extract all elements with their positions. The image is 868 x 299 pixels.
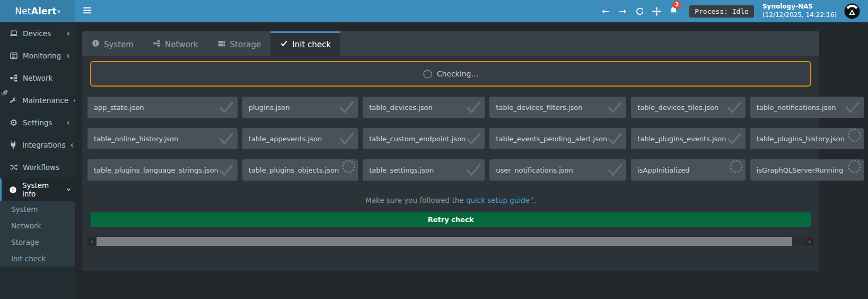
check-item-label: table_plugins_events.json — [637, 135, 726, 143]
check-item-label: table_notifications.json — [757, 104, 836, 112]
check-icon — [218, 132, 234, 145]
check-item-label: table_devices_tiles.json — [637, 104, 718, 112]
tab-system[interactable]: System — [82, 31, 143, 56]
submenu-item-label: System — [11, 205, 38, 213]
check-item-card: table_devices_filters.json — [489, 97, 626, 118]
check-item-card: table_devices_tiles.json — [631, 97, 745, 118]
tab-label: Network — [165, 40, 198, 49]
forward-arrow-icon[interactable]: → — [614, 6, 631, 16]
check-item-label: isGraphQLServerRunning — [757, 166, 844, 174]
main-content-area: System Network Storage — [75, 22, 868, 299]
notification-count-badge: 2 — [672, 1, 681, 8]
chevron-left-icon: ‹ — [91, 237, 93, 245]
tab-label: Storage — [230, 40, 261, 49]
tab-label: System — [104, 40, 134, 49]
horizontal-scrollbar: ‹ › — [87, 237, 814, 246]
check-icon — [218, 101, 234, 114]
sidebar-item-maintenance[interactable]: Maintenance ‹ — [0, 89, 75, 112]
sidebar-item-network[interactable]: Network — [0, 67, 75, 89]
logo-text-alert: Alert — [31, 6, 57, 16]
check-icon — [726, 101, 742, 114]
tab-network[interactable]: Network — [143, 31, 208, 56]
system-info-content: System Network Storage — [82, 31, 819, 271]
check-item-card: table_plugins_events.json — [631, 128, 745, 149]
sidebar-item-label: System info — [22, 181, 62, 198]
loading-spinner-icon — [848, 129, 861, 142]
host-info: Synology-NAS (12/12/2025, 14:22:16) — [762, 3, 837, 19]
scroll-left-button[interactable]: ‹ — [87, 237, 97, 246]
scrollbar-track[interactable] — [792, 237, 805, 246]
laptop-icon — [9, 29, 18, 38]
init-check-panel: Checking… app_state.json plugins.json — [82, 56, 819, 271]
submenu-item-network[interactable]: Network — [0, 217, 75, 234]
network-hub-icon — [9, 74, 18, 82]
sidebar-item-monitoring[interactable]: Monitoring ‹ — [0, 45, 75, 67]
app-logo[interactable]: NetAlertx — [0, 0, 75, 22]
shuffle-icon — [9, 163, 18, 172]
external-link-icon: ↗ — [530, 195, 534, 201]
submenu-item-system[interactable]: System — [0, 201, 75, 217]
scrollbar-thumb[interactable] — [97, 237, 792, 246]
submenu-item-storage[interactable]: Storage — [0, 234, 75, 250]
check-item-label: table_devices.json — [369, 104, 433, 112]
chevron-left-icon: ‹ — [67, 52, 70, 60]
check-items-grid: app_state.json plugins.json table_device… — [82, 81, 819, 181]
check-icon — [466, 101, 481, 114]
check-icon — [607, 101, 623, 114]
retry-check-button[interactable]: Retry check — [90, 212, 811, 227]
sidebar-item-label: Network — [23, 74, 52, 82]
check-icon — [845, 101, 861, 114]
check-item-card: table_settings.json — [363, 159, 485, 181]
tab-init-check[interactable]: Init check — [270, 31, 340, 56]
refresh-icon[interactable] — [631, 7, 648, 16]
check-icon — [607, 164, 623, 176]
host-timestamp-label: (12/12/2025, 14:22:16) — [762, 11, 837, 20]
move-arrows-icon[interactable] — [648, 7, 665, 16]
sidebar-item-label: Workflows — [23, 163, 59, 172]
sidebar-item-devices[interactable]: Devices ‹ — [0, 22, 75, 45]
tab-label: Init check — [292, 40, 331, 49]
setup-hint-text: Make sure you followed the quick setup g… — [82, 195, 819, 204]
check-item-card: isAppInitialized — [631, 159, 745, 181]
hamburger-icon — [82, 5, 92, 18]
check-item-label: table_custom_endpoint.json — [369, 135, 466, 143]
sidebar-toggle-button[interactable] — [75, 0, 99, 22]
scroll-right-button[interactable]: › — [805, 237, 814, 246]
tab-bar: System Network Storage — [82, 31, 819, 56]
check-icon — [339, 101, 355, 114]
submenu-item-init-check[interactable]: Init check — [0, 250, 75, 267]
check-item-label: table_online_history.json — [94, 135, 178, 143]
check-item-card: table_plugins_language_strings.json — [87, 159, 238, 181]
check-icon — [218, 164, 234, 176]
sidebar-item-label: Devices — [23, 29, 51, 38]
hint-link-label: quick setup guide — [466, 196, 530, 204]
check-item-label: table_devices_filters.json — [496, 104, 582, 112]
hint-prefix: Make sure you followed the — [365, 196, 466, 204]
check-item-card: app_state.json — [87, 97, 238, 118]
check-item-card: isGraphQLServerRunning — [750, 159, 864, 181]
check-item-card: table_notifications.json — [750, 97, 864, 118]
quick-setup-guide-link[interactable]: quick setup guide↗ — [466, 196, 534, 204]
info-circle-icon — [9, 186, 17, 194]
chevron-left-icon: ‹ — [67, 29, 70, 38]
submenu-item-label: Network — [11, 221, 41, 230]
info-circle-icon — [92, 39, 100, 49]
back-arrow-icon[interactable]: ← — [597, 6, 614, 16]
notifications-bell-button[interactable]: 2 — [665, 6, 682, 17]
check-icon — [466, 132, 481, 145]
user-avatar[interactable] — [844, 3, 860, 19]
chevron-down-icon: ‹ — [64, 188, 73, 191]
sidebar-item-workflows[interactable]: Workflows — [0, 156, 75, 178]
chevron-left-icon: ‹ — [67, 118, 70, 127]
tab-storage[interactable]: Storage — [208, 31, 271, 56]
sidebar-item-settings[interactable]: ⚙ Settings ‹ — [0, 112, 75, 134]
check-icon — [726, 132, 742, 145]
loading-spinner-icon — [342, 160, 355, 173]
checking-status-banner: Checking… — [90, 61, 811, 87]
hint-suffix: . — [534, 196, 536, 204]
check-icon — [466, 164, 481, 176]
sidebar-item-system-info[interactable]: System info ‹ — [0, 178, 75, 201]
sidebar-item-integrations[interactable]: Integrations ‹ — [0, 134, 75, 156]
check-item-label: user_notifications.json — [496, 166, 573, 174]
check-item-label: table_settings.json — [369, 166, 434, 174]
